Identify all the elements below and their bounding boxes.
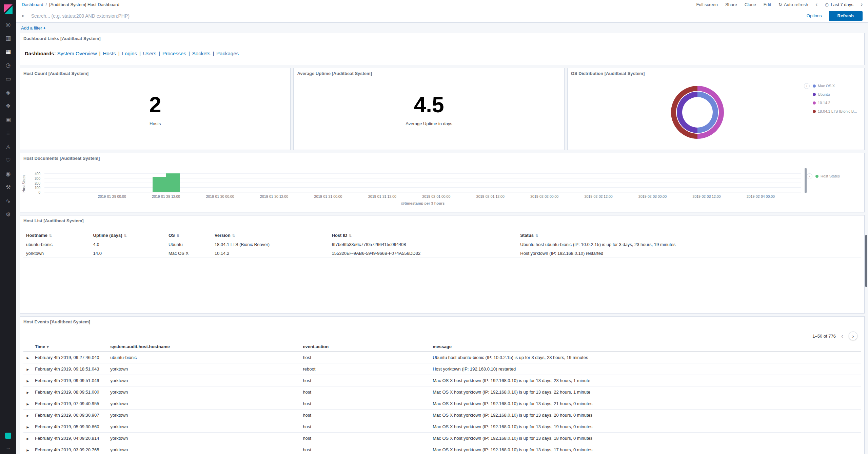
expand-row-icon[interactable]: ▶ (27, 425, 29, 429)
event-row[interactable]: ▶February 4th 2019, 07:09:40.955yorktown… (23, 398, 861, 410)
bar-2019-01-29-12-00[interactable] (166, 173, 180, 192)
bar-chart-legend: › Host States (807, 169, 861, 183)
add-filter-link[interactable]: Add a filter+ (21, 25, 46, 31)
time-forward-chevron-icon[interactable]: › (861, 2, 863, 7)
dashboard-link-logins[interactable]: Logins (122, 51, 137, 56)
maps-nav-item[interactable]: ◈ (0, 86, 16, 99)
time-picker[interactable]: ◷ Last 7 days (825, 2, 853, 7)
dashboard-link-users[interactable]: Users (143, 51, 156, 56)
expand-row-icon[interactable]: ▶ (27, 379, 29, 383)
dashboard-nav-item[interactable]: ▦ (0, 45, 16, 58)
legend-toggle-icon[interactable]: › (804, 83, 810, 89)
graph-nav-item[interactable]: ◉ (0, 167, 16, 181)
column-header-event.action[interactable]: event.action (300, 343, 430, 352)
uptime-nav-item[interactable]: ♡ (0, 153, 16, 167)
space-badge-icon[interactable] (5, 433, 11, 439)
machine-learning-nav-item[interactable]: ❖ (0, 99, 16, 113)
y-tick-label: 300 (35, 177, 40, 181)
collapse-sidebar-icon[interactable]: → (6, 445, 11, 451)
host-list-header-row: Hostname⇅Uptime (days)⇅OS⇅Version⇅Host I… (23, 231, 861, 240)
logs-nav-item[interactable]: ≡ (0, 126, 16, 140)
event-message: Mac OS X host yorktown (IP: 192.168.0.10… (430, 375, 861, 386)
event-row[interactable]: ▶February 4th 2019, 03:09:20.765yorktown… (23, 444, 861, 454)
event-time: February 4th 2019, 05:09:30.860 (32, 421, 107, 433)
dashboard-link-hosts[interactable]: Hosts (103, 51, 116, 56)
legend-item-mac-os-x[interactable]: Mac OS X (813, 84, 861, 88)
x-axis: 2019-01-29 00:002019-01-29 12:002019-01-… (44, 194, 801, 199)
column-header-host-id[interactable]: Host ID⇅ (329, 231, 518, 240)
dashboard-link-packages[interactable]: Packages (216, 51, 239, 56)
full-screen-button[interactable]: Full screen (696, 2, 718, 7)
legend-label: 18.04.1 LTS (Bionic B... (818, 109, 857, 113)
column-header-version[interactable]: Version⇅ (212, 231, 329, 240)
column-header-message[interactable]: message (430, 343, 861, 352)
host-row[interactable]: yorktown14.0Mac OS X10.14.2155320EF-9AB6… (23, 249, 861, 258)
previous-page-icon[interactable]: ‹ (841, 333, 843, 339)
event-row[interactable]: ▶February 4th 2019, 09:27:46.040ubuntu-b… (23, 352, 861, 363)
event-row[interactable]: ▶February 4th 2019, 09:09:51.049yorktown… (23, 375, 861, 386)
search-input[interactable] (31, 13, 803, 19)
auto-refresh-button[interactable]: ↻ Auto-refresh (778, 2, 808, 7)
event-row[interactable]: ▶February 4th 2019, 06:09:30.907yorktown… (23, 410, 861, 421)
expand-row-icon[interactable]: ▶ (27, 356, 29, 360)
os-distribution-donut[interactable] (671, 86, 724, 139)
panel-dashboard-links: Dashboard Links [Auditbeat System] Dashb… (20, 33, 865, 65)
edit-button[interactable]: Edit (764, 2, 771, 7)
column-header-hostname[interactable]: Hostname⇅ (23, 231, 91, 240)
sort-icon: ⇅ (124, 234, 127, 238)
kibana-logo[interactable] (3, 4, 13, 14)
dev-tools-nav-item[interactable]: ⚒ (0, 181, 16, 194)
legend-toggle-icon[interactable]: › (807, 173, 812, 179)
legend-item-10.14.2[interactable]: 10.14.2 (813, 101, 861, 105)
next-page-button[interactable]: › (849, 332, 857, 340)
share-button[interactable]: Share (725, 2, 737, 7)
apm-nav-item[interactable]: ◬ (0, 140, 16, 153)
timelion-nav-item[interactable]: ◷ (0, 58, 16, 72)
expand-row-icon[interactable]: ▶ (27, 437, 29, 440)
dashboard-link-sockets[interactable]: Sockets (192, 51, 210, 56)
column-label: Host ID (332, 233, 348, 238)
management-nav-item[interactable]: ⚙ (0, 208, 16, 221)
vertical-scrollbar[interactable] (865, 235, 867, 287)
column-header-system.audit.host.hostname[interactable]: system.audit.host.hostname (107, 343, 300, 352)
legend-item-ubuntu[interactable]: Ubuntu (813, 92, 861, 96)
canvas-nav-item[interactable]: ▭ (0, 72, 16, 86)
monitoring-nav-item[interactable]: ∿ (0, 194, 16, 208)
breadcrumb-current: [Auditbeat System] Host Dashboard (49, 2, 119, 7)
event-row[interactable]: ▶February 4th 2019, 04:09:20.814yorktown… (23, 433, 861, 444)
event-row[interactable]: ▶February 4th 2019, 08:09:51.000yorktown… (23, 386, 861, 398)
host-events-table: Time▾system.audit.host.hostnameevent.act… (23, 343, 861, 454)
column-label: Status (520, 233, 534, 238)
expand-row-icon[interactable]: ▶ (27, 414, 29, 417)
visualize-nav-item[interactable]: ▥ (0, 31, 16, 45)
link-separator: | (99, 51, 101, 56)
event-action: host (300, 410, 430, 421)
options-link[interactable]: Options (807, 13, 822, 18)
clone-button[interactable]: Clone (745, 2, 756, 7)
bar-2019-01-29-09-00[interactable] (153, 177, 166, 192)
sort-desc-icon: ▾ (47, 345, 49, 349)
column-header-time[interactable]: Time▾ (32, 343, 107, 352)
expander-cell: ▶ (23, 410, 32, 421)
discover-nav-item[interactable]: ◎ (0, 18, 16, 31)
expand-row-icon[interactable]: ▶ (27, 391, 29, 394)
time-back-chevron-icon[interactable]: ‹ (816, 2, 817, 7)
event-hostname: ubuntu-bionic (107, 352, 300, 363)
event-row[interactable]: ▶February 4th 2019, 05:09:30.860yorktown… (23, 421, 861, 433)
host-row[interactable]: ubuntu-bionic4.0Ubuntu18.04.1 LTS (Bioni… (23, 240, 861, 249)
dashboard-link-processes[interactable]: Processes (162, 51, 186, 56)
legend-item-host-states[interactable]: Host States (815, 174, 861, 178)
column-header-status[interactable]: Status⇅ (517, 231, 861, 240)
column-header-os[interactable]: OS⇅ (166, 231, 212, 240)
event-row[interactable]: ▶February 4th 2019, 09:18:51.043yorktown… (23, 363, 861, 375)
column-header-uptime-days-[interactable]: Uptime (days)⇅ (91, 231, 166, 240)
infrastructure-nav-item[interactable]: ▣ (0, 113, 16, 126)
legend-item-18.04.1-lts-bionic-b...[interactable]: 18.04.1 LTS (Bionic B... (813, 109, 861, 113)
expand-row-icon[interactable]: ▶ (27, 449, 29, 452)
breadcrumb-dashboard-link[interactable]: Dashboard (22, 2, 43, 7)
panel-host-list: Host List [Auditbeat System] Hostname⇅Up… (20, 215, 865, 314)
expand-row-icon[interactable]: ▶ (27, 402, 29, 406)
dashboard-link-system-overview[interactable]: System Overview (57, 51, 97, 56)
expand-row-icon[interactable]: ▶ (27, 368, 29, 371)
refresh-button[interactable]: Refresh (829, 11, 863, 21)
